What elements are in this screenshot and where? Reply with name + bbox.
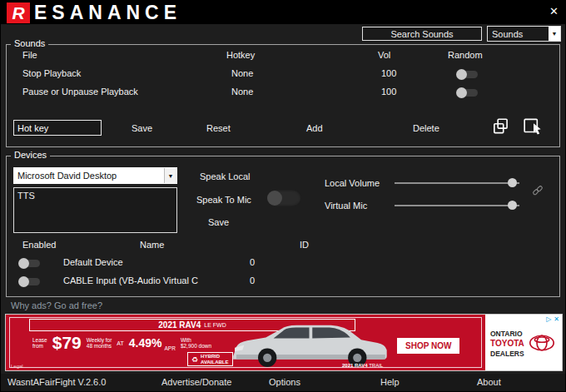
version-label: WasntAFairFight V.2.6.0 xyxy=(7,377,106,387)
ad-weekly: Weekly for48 months xyxy=(87,337,112,349)
logo-r-icon: R xyxy=(7,2,30,23)
random-toggle[interactable] xyxy=(458,71,478,78)
status-bar: WasntAFairFight V.2.6.0 Advertise/Donate… xyxy=(1,374,566,391)
ad-price: $79 xyxy=(52,335,82,351)
ad-legal-link[interactable]: Legal xyxy=(11,364,23,369)
close-icon[interactable]: ✕ xyxy=(549,5,559,17)
advertise-donate-button[interactable]: Advertise/Donate xyxy=(161,377,231,387)
column-header-id: ID xyxy=(300,240,309,250)
device-row-name[interactable]: Default Device xyxy=(63,257,123,267)
device-row-name[interactable]: CABLE Input (VB-Audio Virtual C xyxy=(63,275,198,285)
rav4-car-image xyxy=(224,319,395,369)
sound-row-vol[interactable]: 100 xyxy=(381,87,396,97)
ad-model: 2021 RAV4 xyxy=(158,320,201,330)
speak-local-button[interactable]: Speak Local xyxy=(200,171,251,181)
tts-voice-value: Microsoft David Desktop xyxy=(17,171,117,181)
select-cursor-icon[interactable] xyxy=(523,117,544,140)
help-button[interactable]: Help xyxy=(380,377,400,387)
chevron-down-icon[interactable]: ▼ xyxy=(549,27,560,41)
device-row-id: 0 xyxy=(250,275,255,285)
speak-to-mic-button[interactable]: Speak To Mic xyxy=(196,195,251,205)
sounds-group-label: Sounds xyxy=(11,38,48,48)
sound-row-vol[interactable]: 100 xyxy=(381,68,396,78)
local-volume-slider[interactable] xyxy=(395,178,519,188)
dealer-panel: ONTARIO TOYOTA DEALERS xyxy=(485,315,562,370)
logo-text: ESANANCE xyxy=(34,2,181,24)
sound-row-hotkey[interactable]: None xyxy=(231,87,253,97)
ad-apr-label: APR xyxy=(165,345,176,351)
local-volume-label: Local Volume xyxy=(325,178,380,188)
sound-row-hotkey[interactable]: None xyxy=(231,68,253,78)
save-button[interactable]: Save xyxy=(132,123,152,133)
column-header-vol: Vol xyxy=(378,50,390,60)
shop-now-button[interactable]: SHOP NOW xyxy=(397,338,459,354)
random-toggle[interactable] xyxy=(458,89,478,97)
sound-row-file[interactable]: Pause or Unpause Playback xyxy=(22,87,138,97)
go-ad-free-link[interactable]: Why ads? Go ad free? xyxy=(11,300,102,310)
devices-group: Devices Microsoft David Desktop ▼ TTS Sp… xyxy=(6,156,560,297)
column-header-name: Name xyxy=(140,240,164,250)
ad-trail-caption: 2021 RAV4 TRAIL xyxy=(342,363,383,368)
ad-close-icon[interactable]: ✕ xyxy=(554,315,559,323)
hybrid-icon: ♻ xyxy=(191,355,198,364)
slider-thumb[interactable] xyxy=(508,178,517,187)
ad-trim: LE FWD xyxy=(204,322,226,328)
devices-group-label: Devices xyxy=(11,150,50,160)
toyota-logo-icon xyxy=(528,334,556,352)
add-button[interactable]: Add xyxy=(306,123,323,133)
sounds-group: Sounds File Hotkey Vol Random Stop Playb… xyxy=(6,44,560,147)
column-header-file: File xyxy=(22,50,37,60)
about-button[interactable]: About xyxy=(477,377,501,387)
column-header-random: Random xyxy=(448,50,483,60)
sounds-dropdown-value: Sounds xyxy=(492,29,523,39)
adchoices-controls: ▷ ✕ xyxy=(545,315,560,323)
slider-thumb[interactable] xyxy=(508,201,517,210)
tts-voice-dropdown[interactable]: Microsoft David Desktop ▼ xyxy=(13,167,177,184)
resanance-logo: R ESANANCE xyxy=(7,2,181,24)
link-volumes-icon[interactable] xyxy=(531,184,544,201)
ad-price-row: Leasefrom $79 Weekly for48 months AT 4.4… xyxy=(32,335,211,351)
ad-lease-from: Leasefrom xyxy=(32,337,47,349)
device-enabled-toggle[interactable] xyxy=(20,278,40,285)
tts-save-button[interactable]: Save xyxy=(208,217,229,227)
virtual-mic-slider[interactable] xyxy=(395,201,519,211)
title-bar: R ESANANCE ✕ xyxy=(1,1,566,24)
column-header-hotkey: Hotkey xyxy=(226,50,255,60)
slider-track xyxy=(395,205,519,206)
device-row-id: 0 xyxy=(250,257,255,267)
device-enabled-toggle[interactable] xyxy=(20,260,40,267)
app-window: R ESANANCE ✕ Sounds ▼ Sounds File Hotkey… xyxy=(0,0,566,392)
adchoices-icon[interactable]: ▷ xyxy=(546,315,551,323)
delete-button[interactable]: Delete xyxy=(413,123,439,133)
ad-apr: 4.49% xyxy=(129,336,162,350)
ad-at: AT xyxy=(117,340,123,346)
sound-row-file[interactable]: Stop Playback xyxy=(22,68,81,78)
speak-to-mic-toggle[interactable] xyxy=(266,190,301,206)
virtual-mic-label: Virtual Mic xyxy=(325,201,367,211)
slider-track xyxy=(395,182,519,184)
search-input[interactable] xyxy=(362,27,482,41)
chevron-down-icon[interactable]: ▼ xyxy=(164,168,176,183)
duplicate-icon[interactable] xyxy=(491,117,511,140)
hotkey-input[interactable] xyxy=(13,120,102,136)
column-header-enabled: Enabled xyxy=(22,240,56,250)
dealer-text: ONTARIO TOYOTA DEALERS xyxy=(490,328,524,358)
reset-button[interactable]: Reset xyxy=(206,123,231,133)
ad-banner[interactable]: 2021 RAV4 LE FWD Leasefrom $79 Weekly fo… xyxy=(5,314,563,371)
sounds-dropdown[interactable]: Sounds ▼ xyxy=(487,26,561,42)
options-button[interactable]: Options xyxy=(269,377,300,387)
tts-text-input[interactable]: TTS xyxy=(13,187,177,233)
ad-down-payment: With$2,900 down xyxy=(181,337,211,349)
